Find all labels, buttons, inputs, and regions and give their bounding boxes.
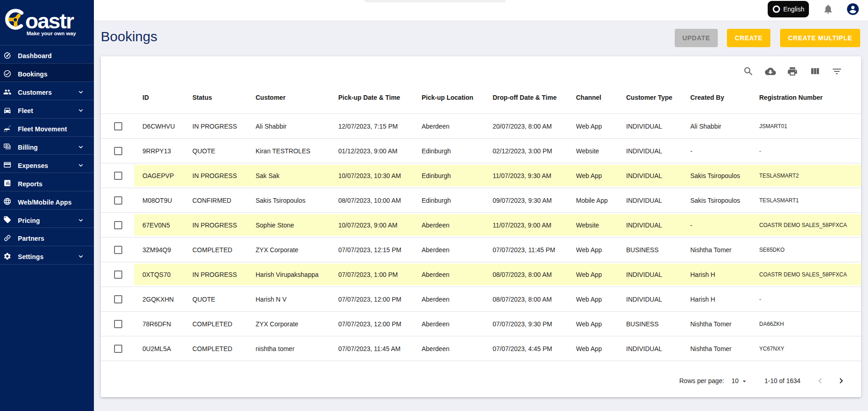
svg-text:Make your own way: Make your own way xyxy=(27,31,76,36)
svg-text:oastr: oastr xyxy=(25,9,74,33)
